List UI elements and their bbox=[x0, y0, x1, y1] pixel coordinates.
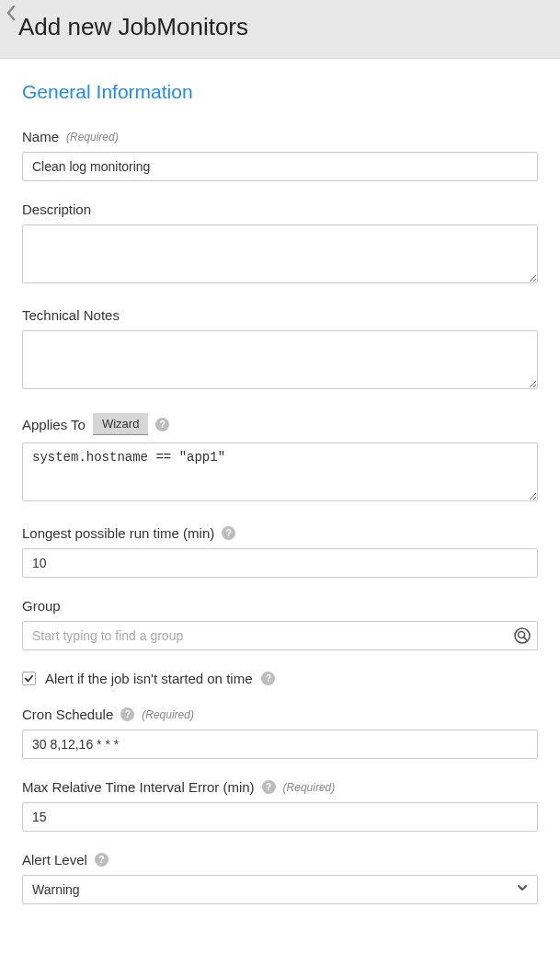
back-chevron-icon[interactable] bbox=[4, 4, 18, 22]
field-longest-runtime: Longest possible run time (min) ? bbox=[22, 525, 538, 578]
search-icon[interactable] bbox=[514, 627, 531, 644]
field-name: Name (Required) bbox=[22, 129, 538, 181]
field-max-interval-error: Max Relative Time Interval Error (min) ?… bbox=[22, 779, 538, 832]
alert-checkbox-label: Alert if the job isn't started on time bbox=[45, 671, 252, 686]
applies-to-label: Applies To bbox=[22, 417, 86, 432]
field-cron-schedule: Cron Schedule ? (Required) bbox=[22, 707, 538, 759]
longest-runtime-label: Longest possible run time (min) bbox=[22, 525, 214, 541]
alert-checkbox[interactable] bbox=[22, 672, 36, 685]
group-label: Group bbox=[22, 598, 61, 614]
field-technical-notes: Technical Notes bbox=[22, 307, 538, 393]
alert-checkbox-row: Alert if the job isn't started on time ? bbox=[22, 671, 538, 686]
header-bar: Add new JobMonitors bbox=[0, 0, 560, 59]
help-icon[interactable]: ? bbox=[95, 853, 109, 867]
group-input[interactable] bbox=[22, 621, 538, 650]
field-alert-level: Alert Level ? Warning bbox=[22, 852, 538, 904]
help-icon[interactable]: ? bbox=[155, 418, 169, 431]
max-interval-required: (Required) bbox=[283, 781, 336, 794]
help-icon[interactable]: ? bbox=[261, 672, 275, 685]
alert-level-label: Alert Level bbox=[22, 852, 87, 868]
applies-to-textarea[interactable]: system.hostname == "app1" bbox=[22, 443, 538, 501]
svg-point-0 bbox=[515, 628, 530, 643]
longest-runtime-input[interactable] bbox=[22, 548, 538, 578]
page-title: Add new JobMonitors bbox=[18, 9, 542, 41]
help-icon[interactable]: ? bbox=[222, 526, 235, 540]
svg-line-2 bbox=[524, 638, 527, 640]
form-content: General Information Name (Required) Desc… bbox=[0, 59, 560, 952]
section-title: General Information bbox=[22, 81, 538, 103]
max-interval-error-input[interactable] bbox=[22, 802, 538, 832]
technical-notes-label: Technical Notes bbox=[22, 307, 120, 323]
max-interval-error-label: Max Relative Time Interval Error (min) bbox=[22, 779, 255, 795]
name-label: Name bbox=[22, 129, 59, 144]
field-description: Description bbox=[22, 201, 538, 287]
wizard-button[interactable]: Wizard bbox=[93, 413, 148, 435]
cron-schedule-label: Cron Schedule bbox=[22, 707, 113, 722]
field-applies-to: Applies To Wizard ? system.hostname == "… bbox=[22, 413, 538, 505]
cron-schedule-input[interactable] bbox=[22, 730, 538, 759]
description-textarea[interactable] bbox=[22, 224, 538, 283]
field-group: Group bbox=[22, 598, 538, 650]
technical-notes-textarea[interactable] bbox=[22, 330, 538, 389]
help-icon[interactable]: ? bbox=[120, 707, 134, 721]
help-icon[interactable]: ? bbox=[262, 780, 276, 794]
alert-level-select[interactable]: Warning bbox=[22, 875, 538, 904]
description-label: Description bbox=[22, 201, 91, 217]
name-required: (Required) bbox=[66, 131, 119, 144]
name-input[interactable] bbox=[22, 152, 538, 181]
cron-required: (Required) bbox=[142, 708, 194, 721]
